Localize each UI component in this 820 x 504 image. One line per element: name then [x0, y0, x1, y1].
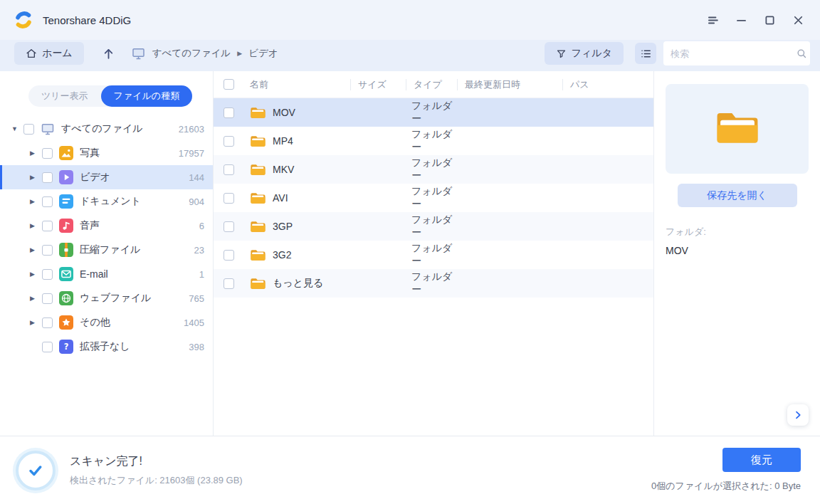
- expand-arrow-icon[interactable]: ▼: [11, 125, 23, 132]
- tab-file-type[interactable]: ファイルの種類: [101, 85, 193, 107]
- item-count: 765: [189, 293, 204, 304]
- mail-icon: [59, 267, 73, 281]
- item-checkbox[interactable]: [42, 172, 53, 183]
- item-count: 17957: [179, 148, 204, 159]
- item-count: 144: [189, 172, 204, 183]
- minimize-icon[interactable]: [732, 11, 750, 29]
- expand-arrow-icon[interactable]: ▶: [30, 198, 42, 205]
- close-icon[interactable]: [789, 11, 807, 29]
- item-label: ビデオ: [80, 171, 110, 184]
- archive-icon: [59, 243, 73, 257]
- sidebar-item-photos[interactable]: ▶ 写真 17957: [0, 141, 213, 165]
- open-save-location-button[interactable]: 保存先を開く: [678, 184, 797, 207]
- search-input[interactable]: [671, 48, 796, 59]
- breadcrumb-current[interactable]: ビデオ: [248, 47, 278, 60]
- preview-thumbnail: [666, 84, 809, 174]
- item-label: 音声: [80, 219, 100, 232]
- column-header-modified[interactable]: 最終更新日時: [457, 79, 562, 90]
- sidebar-item-all-files[interactable]: ▼ すべてのファイル 21603: [0, 117, 213, 141]
- home-button[interactable]: ホーム: [14, 42, 84, 65]
- status-bar: スキャン完了! 検出されたファイル: 21603個 (23.89 GB) 復元 …: [0, 436, 820, 504]
- next-page-button[interactable]: [787, 404, 809, 426]
- scan-subtitle: 検出されたファイル: 21603個 (23.89 GB): [70, 474, 243, 487]
- item-label: 圧縮ファイル: [80, 243, 140, 256]
- breadcrumb-root[interactable]: すべてのファイル: [152, 47, 231, 60]
- expand-arrow-icon[interactable]: ▶: [30, 174, 42, 181]
- sidebar-item-no-extension[interactable]: ▶ ? 拡張子なし 398: [0, 335, 213, 359]
- sidebar-item-audio[interactable]: ▶ 音声 6: [0, 214, 213, 238]
- monitor-icon: [41, 122, 55, 136]
- chevron-right-icon: [792, 409, 804, 421]
- breadcrumb: すべてのファイル ▶ ビデオ: [131, 46, 278, 61]
- item-checkbox[interactable]: [42, 221, 53, 231]
- sidebar: ツリー表示 ファイルの種類 ▼ すべてのファイル 21603 ▶: [0, 71, 214, 436]
- table-row-mp4[interactable]: MP4 フォルダー: [214, 127, 653, 155]
- table-row-3g2[interactable]: 3G2 フォルダー: [214, 241, 653, 269]
- maximize-icon[interactable]: [760, 11, 779, 29]
- item-label: すべてのファイル: [61, 122, 143, 135]
- expand-arrow-icon[interactable]: ▶: [30, 222, 42, 229]
- select-all-checkbox[interactable]: [224, 79, 234, 90]
- file-type: フォルダー: [406, 128, 457, 154]
- list-view-icon: [640, 48, 652, 60]
- table-row-avi[interactable]: AVI フォルダー: [214, 184, 653, 212]
- item-checkbox[interactable]: [23, 124, 34, 135]
- item-checkbox[interactable]: [42, 269, 53, 280]
- web-icon: [59, 291, 73, 305]
- column-header-path[interactable]: パス: [562, 79, 653, 90]
- row-checkbox[interactable]: [224, 221, 234, 232]
- item-checkbox[interactable]: [42, 342, 53, 352]
- folder-icon: [250, 191, 266, 205]
- scan-title: スキャン完了!: [70, 454, 243, 469]
- sidebar-item-web-files[interactable]: ▶ ウェブファイル 765: [0, 286, 213, 310]
- column-header-type[interactable]: タイプ: [406, 79, 457, 90]
- folder-icon: [250, 106, 266, 120]
- table-row-mkv[interactable]: MKV フォルダー: [214, 155, 653, 184]
- item-checkbox[interactable]: [42, 317, 53, 328]
- expand-arrow-icon[interactable]: ▶: [30, 295, 42, 302]
- item-count: 1405: [184, 317, 204, 328]
- tab-tree-view[interactable]: ツリー表示: [28, 85, 101, 107]
- item-checkbox[interactable]: [42, 293, 53, 304]
- row-checkbox[interactable]: [224, 136, 234, 147]
- item-label: ドキュメント: [80, 195, 141, 208]
- video-icon: [59, 170, 73, 184]
- item-checkbox[interactable]: [42, 148, 53, 159]
- row-checkbox[interactable]: [224, 193, 234, 204]
- item-checkbox[interactable]: [42, 196, 53, 207]
- sidebar-item-videos[interactable]: ▶ ビデオ 144: [0, 165, 213, 189]
- expand-arrow-icon[interactable]: ▶: [30, 319, 42, 326]
- menu-icon[interactable]: [703, 11, 722, 29]
- preview-panel: 保存先を開く フォルダ: MOV: [653, 71, 820, 436]
- sidebar-item-documents[interactable]: ▶ ドキュメント 904: [0, 189, 213, 214]
- table-row-mov[interactable]: MOV フォルダー: [214, 98, 653, 127]
- expand-arrow-icon[interactable]: ▶: [30, 149, 42, 157]
- table-row-more[interactable]: もっと見る フォルダー: [214, 269, 653, 298]
- search-icon[interactable]: [796, 48, 807, 59]
- sidebar-item-others[interactable]: ▶ その他 1405: [0, 310, 213, 335]
- filter-label: フィルタ: [572, 47, 612, 60]
- sidebar-item-email[interactable]: ▶ E-mail 1: [0, 262, 213, 286]
- row-checkbox[interactable]: [224, 164, 234, 175]
- up-arrow-icon[interactable]: [100, 44, 118, 63]
- file-name: MOV: [273, 107, 295, 118]
- recover-button[interactable]: 復元: [722, 448, 801, 472]
- row-checkbox[interactable]: [224, 250, 234, 261]
- status-bar-right: 復元 0個のファイルが選択された: 0 Byte: [651, 448, 801, 493]
- selection-info: 0個のファイルが選択された: 0 Byte: [651, 480, 801, 493]
- sidebar-item-archives[interactable]: ▶ 圧縮ファイル 23: [0, 238, 213, 262]
- list-view-toggle-button[interactable]: [635, 43, 656, 64]
- scan-summary: スキャン完了! 検出されたファイル: 21603個 (23.89 GB): [70, 454, 243, 487]
- column-header-size[interactable]: サイズ: [350, 79, 406, 90]
- row-checkbox[interactable]: [224, 107, 234, 118]
- filter-button[interactable]: フィルタ: [545, 42, 624, 65]
- table-row-3gp[interactable]: 3GP フォルダー: [214, 212, 653, 241]
- audio-icon: [59, 219, 73, 233]
- folder-icon: [715, 110, 759, 147]
- expand-arrow-icon[interactable]: ▶: [30, 271, 42, 278]
- item-checkbox[interactable]: [42, 245, 53, 256]
- row-checkbox[interactable]: [224, 278, 234, 289]
- item-label: 写真: [80, 147, 100, 159]
- column-header-name[interactable]: 名前: [245, 79, 350, 90]
- expand-arrow-icon[interactable]: ▶: [30, 246, 42, 253]
